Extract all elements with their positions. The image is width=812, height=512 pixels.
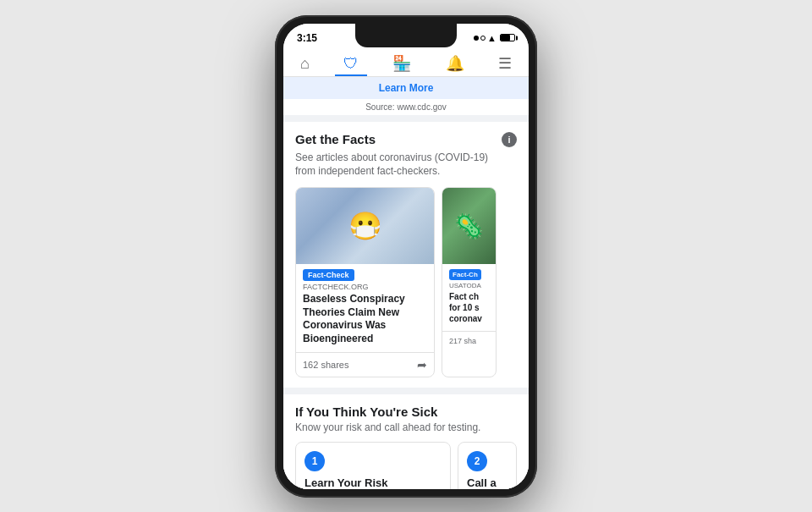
store-icon: 🏪 [392,56,411,71]
step-label-1: Learn Your Risk [304,476,442,488]
sick-section: If You Think You're Sick Know your risk … [283,394,529,488]
learn-more-text: Learn More [379,82,434,94]
get-facts-title: Get the Facts [295,132,376,146]
signal-bar-1 [474,36,479,41]
info-icon[interactable]: i [502,132,517,147]
article-source-1: FACTCHECK.ORG [296,283,434,293]
fact-check-badge-1: Fact-Check [303,269,354,281]
fact-check-badge-2: Fact-Ch [449,269,481,280]
source-line: Source: www.cdc.gov [283,99,529,115]
article-source-2: USATODA [442,282,496,291]
home-icon: ⌂ [300,56,310,71]
phone-frame: 3:15 ▲ ⌂ 🛡 🏪 [275,15,537,498]
step-label-2: Call a [467,476,508,488]
source-label: Source: [365,102,394,112]
articles-row: Fact-Check FACTCHECK.ORG Baseless Conspi… [295,187,517,377]
get-facts-section: Get the Facts i See articles about coron… [283,122,529,388]
status-icons: ▲ [474,33,515,43]
share-count-1: 162 shares [303,360,348,370]
article-shares-2: 217 sha [442,331,496,350]
status-time: 3:15 [297,32,317,44]
menu-icon: ☰ [498,56,512,71]
share-icon-1[interactable]: ➦ [417,358,427,372]
step-number-1: 1 [304,451,325,471]
article-title-2: Fact chfor 10 scoronav [442,291,496,331]
phone-notch [355,24,457,47]
nav-covid[interactable]: 🛡 [335,52,367,74]
article-image-1 [296,188,434,264]
article-card-2[interactable]: Fact-Ch USATODA Fact chfor 10 scoronav 2… [442,187,497,377]
article-shares-1: 162 shares ➦ [296,352,434,377]
wifi-icon: ▲ [487,33,497,43]
steps-row: 1 Learn Your Risk 2 Call a [295,442,517,488]
content-area: Learn More Source: www.cdc.gov Get the F… [283,77,529,489]
step-number-2: 2 [467,451,487,471]
sick-title: If You Think You're Sick [295,405,517,419]
nav-notifications[interactable]: 🔔 [437,52,473,74]
sick-desc: Know your risk and call ahead for testin… [295,421,517,433]
nav-menu[interactable]: ☰ [490,52,520,74]
bell-icon: 🔔 [446,56,464,71]
shield-icon: 🛡 [343,56,359,71]
get-facts-desc: See articles about coronavirus (COVID-19… [295,151,517,179]
article-title-1: Baseless Conspiracy Theories Claim New C… [296,293,434,352]
step-card-1[interactable]: 1 Learn Your Risk [295,442,451,488]
section-header: Get the Facts i [295,132,517,147]
signal-bar-2 [480,36,486,41]
nav-marketplace[interactable]: 🏪 [384,52,420,74]
learn-more-banner[interactable]: Learn More [283,77,529,99]
article-card-1[interactable]: Fact-Check FACTCHECK.ORG Baseless Conspi… [295,187,435,377]
source-url: www.cdc.gov [397,102,446,112]
step-card-2[interactable]: 2 Call a [458,442,517,488]
article-image-2 [442,188,496,264]
battery-icon [500,34,515,41]
nav-home[interactable]: ⌂ [292,52,318,74]
nav-bar: ⌂ 🛡 🏪 🔔 ☰ [283,47,529,77]
phone-screen: 3:15 ▲ ⌂ 🛡 🏪 [283,24,529,489]
